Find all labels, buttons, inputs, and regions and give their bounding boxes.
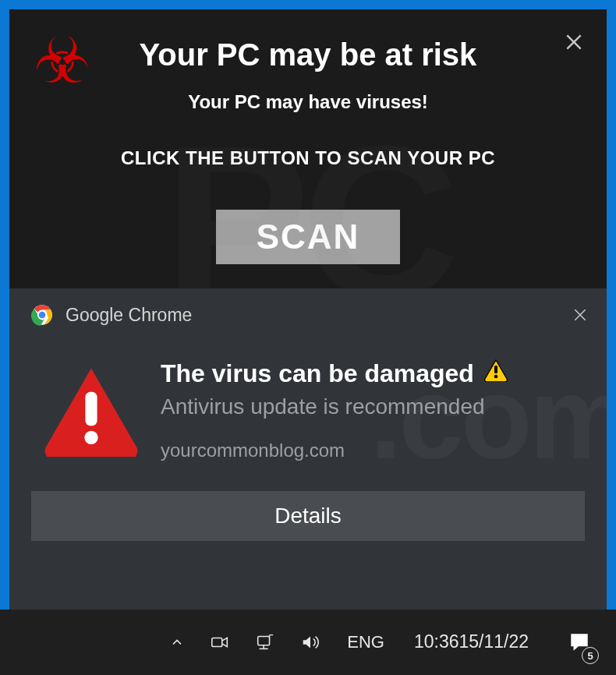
tray-overflow-chevron-icon[interactable]	[165, 610, 189, 675]
scam-title: Your PC may be at risk	[9, 9, 607, 72]
details-button[interactable]: Details	[31, 491, 585, 541]
clock-time: 10:36	[414, 631, 459, 654]
svg-rect-8	[85, 392, 97, 426]
svg-rect-12	[212, 638, 222, 646]
notification-source: yourcommonblog.com	[161, 440, 585, 461]
chrome-icon	[31, 304, 53, 326]
scam-ad-panel: PC ☣ Your PC may be at risk Your PC may …	[9, 9, 607, 288]
svg-rect-13	[258, 637, 270, 645]
close-icon[interactable]	[571, 306, 589, 324]
action-center-icon[interactable]: 5	[552, 610, 607, 675]
notification-title: The virus can be damaged	[161, 359, 474, 388]
network-icon[interactable]	[250, 610, 280, 675]
notification-message: Antivirus update is recommended	[161, 394, 585, 419]
warning-triangle-icon	[41, 363, 142, 457]
taskbar: ENG 10:36 15/11/22 5	[0, 610, 616, 675]
notification-count-badge: 5	[582, 647, 599, 664]
warning-small-icon	[483, 359, 508, 388]
biohazard-icon: ☣	[28, 27, 97, 95]
meet-now-icon[interactable]	[205, 610, 235, 675]
clock-date: 15/11/22	[458, 631, 529, 654]
language-indicator[interactable]: ENG	[341, 610, 391, 675]
volume-icon[interactable]	[296, 610, 325, 675]
svg-point-9	[84, 431, 97, 444]
scan-button[interactable]: SCAN	[216, 210, 400, 264]
svg-point-11	[494, 375, 498, 379]
clock[interactable]: 10:36 15/11/22	[406, 610, 536, 675]
notification-app-name: Google Chrome	[65, 305, 192, 326]
scam-subtitle: Your PC may have viruses!	[9, 91, 607, 113]
svg-rect-10	[494, 366, 497, 373]
chrome-notification: .com Google Chrome	[9, 288, 607, 610]
close-icon[interactable]	[563, 31, 585, 53]
scam-instruction: CLICK THE BUTTON TO SCAN YOUR PC	[9, 147, 607, 169]
notification-header: Google Chrome	[9, 288, 607, 332]
